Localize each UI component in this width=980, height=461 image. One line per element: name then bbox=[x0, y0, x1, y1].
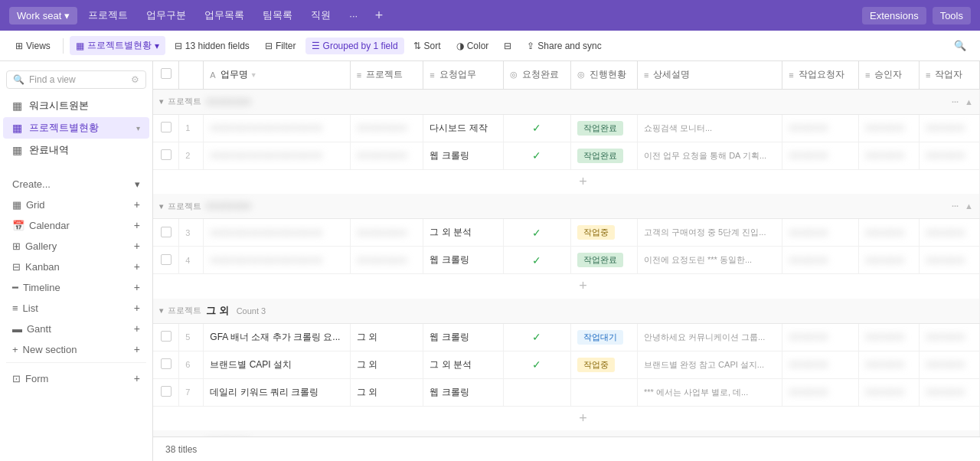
col-worker-header[interactable]: ≡ 작업자 bbox=[919, 61, 979, 89]
nav-item-more[interactable]: ··· bbox=[341, 7, 365, 25]
group-options-icon[interactable]: ··· bbox=[952, 201, 959, 211]
kanban-add-icon[interactable]: + bbox=[134, 260, 140, 273]
sidebar-gantt[interactable]: ▬ Gantt + bbox=[3, 319, 149, 338]
row-project[interactable]: XXXXXXXXX bbox=[350, 219, 423, 247]
row-task[interactable]: XXXXXXXXXXXXXXXXXXXX bbox=[204, 142, 350, 169]
sidebar-grid[interactable]: ▦ Grid + bbox=[3, 195, 149, 214]
grid-add-icon[interactable]: + bbox=[134, 198, 140, 211]
sidebar-item-completed[interactable]: ▦ 완료내역 bbox=[3, 139, 149, 161]
row-subtask[interactable]: 웹 크롤링 bbox=[423, 142, 504, 169]
row-project[interactable]: 그 외 bbox=[350, 323, 423, 351]
row-checkbox[interactable] bbox=[153, 247, 179, 274]
col-done-header[interactable]: ◎ 요청완료 bbox=[504, 61, 570, 89]
table-row[interactable]: 5GFA 배너 소재 추가 크롤링 요...그 외웹 크롤링✓작업대기안녕하세요… bbox=[153, 323, 980, 351]
timeline-add-icon[interactable]: + bbox=[134, 281, 140, 293]
add-row-cell[interactable]: + bbox=[153, 169, 980, 194]
col-subtask-header[interactable]: ≡ 요청업무 bbox=[423, 61, 504, 89]
row-project[interactable]: 그 외 bbox=[350, 351, 423, 378]
table-row[interactable]: 2XXXXXXXXXXXXXXXXXXXXXXXXXXXXX웹 크롤링✓작업완료… bbox=[153, 142, 980, 169]
row-checkbox[interactable] bbox=[153, 219, 179, 247]
row-status[interactable]: 작업완료 bbox=[570, 114, 637, 142]
row-done[interactable]: ✓ bbox=[504, 351, 570, 378]
row-done[interactable]: ✓ bbox=[504, 142, 570, 169]
group-expand-icon[interactable]: ▲ bbox=[965, 97, 973, 106]
row-done[interactable]: ✓ bbox=[504, 219, 570, 247]
share-sync-btn[interactable]: ⇪ Share and sync bbox=[521, 38, 607, 54]
current-view-btn[interactable]: ▦ 프로젝트별현황 ▾ bbox=[70, 36, 165, 55]
hidden-fields-btn[interactable]: ⊟ 13 hidden fields bbox=[168, 38, 256, 54]
nav-item-project[interactable]: 프로젝트 bbox=[80, 5, 136, 25]
table-row[interactable]: 1XXXXXXXXXXXXXXXXXXXXXXXXXXXXX다시보드 제작✓작업… bbox=[153, 114, 980, 142]
row-subtask[interactable]: 다시보드 제작 bbox=[423, 114, 504, 142]
row-subtask[interactable]: 그 외 분석 bbox=[423, 351, 504, 378]
row-checkbox[interactable] bbox=[153, 142, 179, 169]
row-checkbox[interactable] bbox=[153, 378, 179, 406]
sidebar-item-worksheet[interactable]: ▦ 워크시트원본 bbox=[3, 95, 149, 116]
gallery-add-icon[interactable]: + bbox=[134, 240, 140, 252]
col-checkbox[interactable] bbox=[153, 61, 179, 89]
table-row[interactable]: 6브랜드별 CAPI 설치그 외그 외 분석✓작업중브랜드별 완정 참고 CAP… bbox=[153, 351, 980, 378]
col-req-header[interactable]: ≡ 작업요청자 bbox=[782, 61, 859, 89]
row-project[interactable]: XXXXXXXXX bbox=[350, 247, 423, 274]
col-desc-header[interactable]: ≡ 상세설명 bbox=[637, 61, 782, 89]
add-row-cell[interactable]: + bbox=[153, 274, 980, 299]
nav-item-staff[interactable]: 직원 bbox=[303, 5, 338, 25]
table-row[interactable]: 3XXXXXXXXXXXXXXXXXXXXXXXXXXXXX그 외 분석✓작업중… bbox=[153, 219, 980, 247]
sidebar-timeline[interactable]: ━ Timeline + bbox=[3, 277, 149, 297]
row-task[interactable]: 데일리 키워드 쿼리 크롤링 bbox=[204, 378, 350, 406]
add-row-btn[interactable]: + bbox=[153, 169, 980, 194]
row-project[interactable]: 그 외 bbox=[350, 378, 423, 406]
row-task[interactable]: GFA 배너 소재 추가 크롤링 요... bbox=[204, 323, 350, 351]
extensions-btn[interactable]: Extensions bbox=[862, 7, 926, 25]
workspace-badge[interactable]: Work seat ▾ bbox=[9, 7, 77, 25]
row-status[interactable] bbox=[570, 378, 637, 406]
row-subtask[interactable]: 웹 크롤링 bbox=[423, 323, 504, 351]
search-btn[interactable]: 🔍 bbox=[949, 35, 971, 57]
sidebar-form[interactable]: ⊡ Form + bbox=[3, 368, 149, 388]
sidebar-gallery[interactable]: ⊞ Gallery + bbox=[3, 236, 149, 256]
form-add-icon[interactable]: + bbox=[134, 372, 140, 384]
row-done[interactable] bbox=[504, 378, 570, 406]
row-project[interactable]: XXXXXXXXX bbox=[350, 142, 423, 169]
group-chevron-icon[interactable]: ▾ bbox=[159, 97, 163, 106]
sidebar-settings-icon[interactable]: ⚙ bbox=[131, 74, 139, 85]
sidebar-kanban[interactable]: ⊟ Kanban + bbox=[3, 257, 149, 276]
group-expand-icon[interactable]: ▲ bbox=[965, 201, 973, 211]
row-project[interactable]: XXXXXXXXX bbox=[350, 114, 423, 142]
sidebar-calendar[interactable]: 📅 Calendar + bbox=[3, 215, 149, 235]
add-nav-btn[interactable]: + bbox=[368, 5, 390, 26]
row-done[interactable]: ✓ bbox=[504, 114, 570, 142]
row-checkbox[interactable] bbox=[153, 351, 179, 378]
row-task[interactable]: 브랜드별 CAPI 설치 bbox=[204, 351, 350, 378]
row-status[interactable]: 작업대기 bbox=[570, 323, 637, 351]
col-approver-header[interactable]: ≡ 승인자 bbox=[858, 61, 919, 89]
sidebar-item-project-status[interactable]: ▦ 프로젝트별현황 ▾ bbox=[3, 117, 149, 139]
row-task[interactable]: XXXXXXXXXXXXXXXXXXXX bbox=[204, 219, 350, 247]
table-row[interactable]: 7데일리 키워드 쿼리 크롤링그 외웹 크롤링*** 에서는 사업부 별로, 데… bbox=[153, 378, 980, 406]
sort-btn[interactable]: ⇅ Sort bbox=[407, 38, 447, 54]
row-checkbox[interactable] bbox=[153, 114, 179, 142]
row-status[interactable]: 작업중 bbox=[570, 351, 637, 378]
sidebar-new-section[interactable]: + New section + bbox=[3, 339, 149, 359]
views-btn[interactable]: ⊞ Views bbox=[9, 38, 57, 54]
row-subtask[interactable]: 웹 크롤링 bbox=[423, 247, 504, 274]
row-status[interactable]: 작업완료 bbox=[570, 247, 637, 274]
row-task[interactable]: XXXXXXXXXXXXXXXXXXXX bbox=[204, 247, 350, 274]
nav-item-team[interactable]: 팀목록 bbox=[255, 5, 300, 25]
row-done[interactable]: ✓ bbox=[504, 323, 570, 351]
nav-item-task-list[interactable]: 업무목록 bbox=[197, 5, 252, 25]
add-row-btn[interactable]: + bbox=[153, 406, 980, 430]
calendar-add-icon[interactable]: + bbox=[134, 219, 140, 231]
filter-btn[interactable]: ⊟ Filter bbox=[259, 38, 302, 54]
group-btn[interactable]: ☰ Grouped by 1 field bbox=[305, 38, 404, 54]
gantt-add-icon[interactable]: + bbox=[134, 322, 140, 335]
row-subtask[interactable]: 그 외 분석 bbox=[423, 219, 504, 247]
list-add-icon[interactable]: + bbox=[134, 302, 140, 314]
tools-btn[interactable]: Tools bbox=[933, 7, 971, 25]
new-section-add-icon[interactable]: + bbox=[134, 343, 140, 355]
sidebar-list[interactable]: ≡ List + bbox=[3, 298, 149, 318]
row-task[interactable]: XXXXXXXXXXXXXXXXXXXX bbox=[204, 114, 350, 142]
sidebar-search[interactable]: 🔍 Find a view ⚙ bbox=[6, 70, 146, 89]
add-row-btn[interactable]: + bbox=[153, 274, 980, 299]
group-chevron-icon[interactable]: ▾ bbox=[159, 202, 163, 211]
